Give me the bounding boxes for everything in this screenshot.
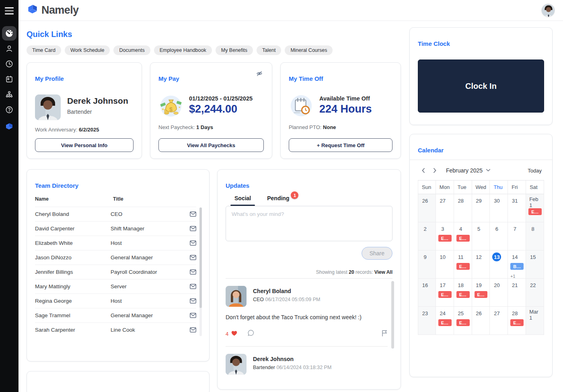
month-selector[interactable]: February 2025	[446, 167, 491, 174]
feed-scrollbar-thumb[interactable]	[391, 281, 394, 349]
calendar-day-cell[interactable]: 12	[472, 250, 490, 279]
envelope-icon[interactable]	[190, 313, 196, 318]
quick-link-pill[interactable]: My Benefits	[216, 45, 253, 55]
post-author-avatar[interactable]	[226, 354, 247, 375]
view-all-link[interactable]: View All	[374, 269, 392, 275]
calendar-day-cell[interactable]: 31	[508, 194, 526, 222]
calendar-day-cell[interactable]: 17Event	[436, 279, 454, 307]
birthday-badge[interactable]: Birth...	[510, 263, 524, 270]
like-button[interactable]: 4	[226, 330, 238, 337]
envelope-icon[interactable]	[190, 211, 196, 217]
event-badge[interactable]: Event	[438, 319, 452, 326]
table-row[interactable]: Elizabeth White Host	[35, 236, 196, 250]
event-badge[interactable]: Event	[456, 319, 470, 326]
table-row[interactable]: Mary Mattingly Server	[35, 279, 196, 293]
quick-link-pill[interactable]: Documents	[113, 45, 150, 55]
calendar-day-cell[interactable]: 15	[526, 250, 544, 279]
quick-link-pill[interactable]: Employee Handbook	[154, 45, 212, 55]
sidebar-item-help[interactable]	[2, 103, 16, 117]
sidebar-item-org[interactable]	[2, 87, 16, 102]
calendar-day-cell[interactable]: 16	[418, 279, 436, 307]
chevron-right-icon[interactable]	[429, 165, 440, 176]
calendar-day-cell[interactable]: 28	[454, 194, 472, 222]
envelope-icon[interactable]	[190, 240, 196, 246]
quick-link-pill[interactable]: Mineral Courses	[285, 45, 333, 55]
calendar-day-cell[interactable]: Feb 1Event	[526, 194, 544, 222]
table-row[interactable]: Jason DiNozzo General Manager	[35, 250, 196, 265]
sidebar-item-schedule[interactable]	[2, 72, 16, 86]
clock-in-button[interactable]: Clock In	[418, 60, 544, 113]
share-button[interactable]: Share	[362, 247, 392, 260]
table-row[interactable]: David Carpenter Shift Manager	[35, 221, 196, 236]
calendar-day-cell[interactable]: 7	[508, 222, 526, 250]
eye-off-icon[interactable]	[255, 69, 264, 79]
calendar-day-cell[interactable]: 21	[508, 279, 526, 307]
calendar-day-cell[interactable]: 8	[526, 222, 544, 250]
envelope-icon[interactable]	[190, 284, 196, 289]
calendar-day-cell[interactable]: 6	[490, 222, 508, 250]
event-badge[interactable]: Event	[438, 235, 452, 242]
calendar-day-cell[interactable]: 24Event	[436, 307, 454, 335]
table-row[interactable]: Cheryl Boland CEO	[35, 207, 196, 221]
envelope-icon[interactable]	[190, 298, 196, 304]
calendar-day-cell[interactable]: 10	[436, 250, 454, 279]
calendar-day-cell[interactable]: 18Event	[454, 279, 472, 307]
team-scrollbar-thumb[interactable]	[199, 207, 202, 308]
calendar-day-cell[interactable]: 28Event	[508, 307, 526, 335]
chevron-left-icon[interactable]	[418, 165, 429, 176]
envelope-icon[interactable]	[190, 226, 196, 231]
table-row[interactable]: Sage Trammel General Manager	[35, 308, 196, 322]
calendar-day-cell[interactable]: 30	[490, 194, 508, 222]
envelope-icon[interactable]	[190, 327, 196, 332]
quick-link-pill[interactable]: Time Card	[27, 45, 61, 55]
quick-link-pill[interactable]: Work Schedule	[65, 45, 110, 55]
tab-social[interactable]: Social	[234, 195, 251, 206]
comment-icon[interactable]	[247, 329, 255, 338]
calendar-day-cell[interactable]: 11Event	[454, 250, 472, 279]
event-badge[interactable]: Event	[510, 319, 524, 326]
flag-icon[interactable]	[381, 330, 388, 338]
sidebar-item-namely[interactable]	[2, 119, 16, 133]
more-events-link[interactable]: +1 more	[510, 274, 524, 279]
calendar-day-cell[interactable]: 14Birth...+1 more	[508, 250, 526, 279]
view-personal-info-button[interactable]: View Personal Info	[35, 138, 134, 152]
view-all-paychecks-button[interactable]: View All Paychecks	[158, 138, 264, 152]
calendar-day-cell[interactable]: 29	[472, 194, 490, 222]
sidebar-item-dashboard[interactable]	[2, 26, 16, 41]
event-badge[interactable]: Event	[438, 291, 452, 298]
calendar-day-cell[interactable]: 13	[490, 250, 508, 279]
today-button[interactable]: Today	[525, 167, 544, 174]
calendar-day-cell[interactable]: 2	[418, 222, 436, 250]
calendar-day-cell[interactable]: Mar 1	[526, 307, 544, 335]
calendar-day-cell[interactable]: 9	[418, 250, 436, 279]
calendar-day-cell[interactable]: 19Event	[472, 279, 490, 307]
calendar-day-cell[interactable]: 26	[472, 307, 490, 335]
envelope-icon[interactable]	[190, 269, 196, 275]
calendar-day-cell[interactable]: 4Event	[454, 222, 472, 250]
tab-pending[interactable]: Pending 1	[267, 195, 289, 206]
calendar-day-cell[interactable]: 27	[490, 307, 508, 335]
table-row[interactable]: Jennifer Billings Payroll Coordinator	[35, 265, 196, 279]
calendar-day-cell[interactable]: 22	[526, 279, 544, 307]
calendar-day-cell[interactable]: 5	[472, 222, 490, 250]
calendar-day-cell[interactable]: 3Event	[436, 222, 454, 250]
event-badge[interactable]: Event	[456, 263, 470, 270]
post-composer-input[interactable]	[226, 206, 392, 241]
calendar-day-cell[interactable]: 26	[418, 194, 436, 222]
calendar-day-cell[interactable]: 23	[418, 307, 436, 335]
sidebar-item-people[interactable]	[2, 41, 16, 56]
envelope-icon[interactable]	[190, 255, 196, 260]
request-timeoff-button[interactable]: + Request Time Off	[289, 138, 392, 152]
event-badge[interactable]: Event	[456, 235, 470, 242]
event-badge[interactable]: Event	[456, 291, 470, 298]
calendar-day-cell[interactable]: 20	[490, 279, 508, 307]
post-author-avatar[interactable]	[226, 286, 247, 307]
quick-link-pill[interactable]: Talent	[257, 45, 281, 55]
event-badge[interactable]: Event	[528, 208, 542, 215]
sidebar-item-time[interactable]	[2, 57, 16, 71]
hamburger-icon[interactable]	[2, 5, 16, 17]
calendar-day-cell[interactable]: 25Event	[454, 307, 472, 335]
user-avatar[interactable]	[541, 4, 555, 17]
table-row[interactable]: Sarah Carpenter Line Cook	[35, 322, 196, 337]
calendar-day-cell[interactable]: 27	[436, 194, 454, 222]
